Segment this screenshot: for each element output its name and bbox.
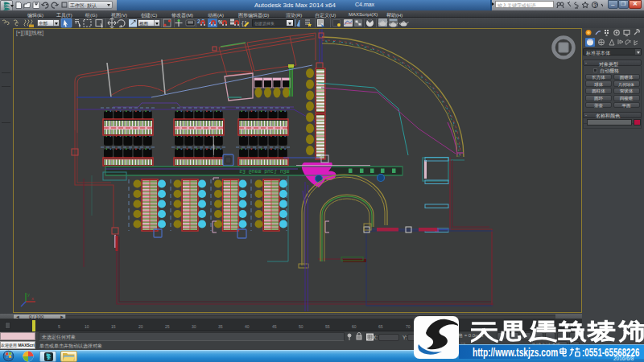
svg-text:X:: X:: [373, 335, 378, 340]
svg-text:{: {: [242, 19, 244, 27]
svg-text:y: y: [27, 292, 30, 297]
svg-text:?: ?: [593, 2, 597, 8]
svg-text:s3 Guem bucl u3m: s3 Guem bucl u3m: [239, 168, 290, 174]
svg-text:x: x: [31, 296, 34, 301]
